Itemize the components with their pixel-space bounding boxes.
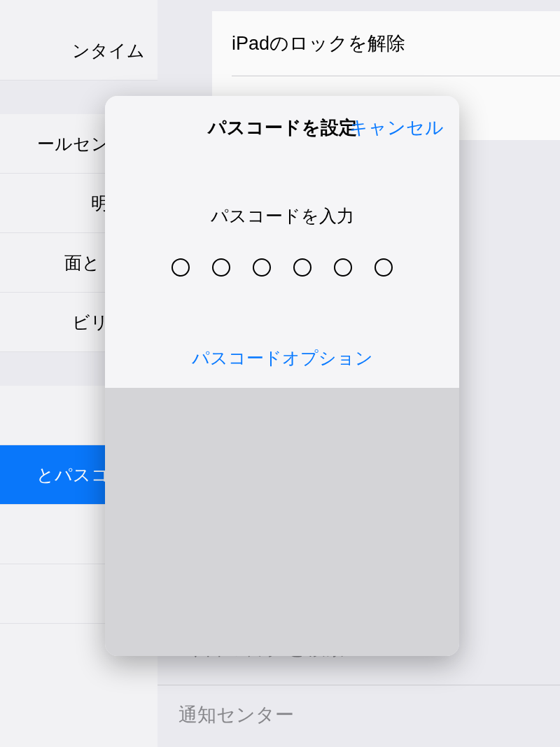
passcode-dot xyxy=(253,258,271,277)
passcode-keypad-area[interactable] xyxy=(105,388,459,656)
passcode-prompt: パスコードを入力 xyxy=(105,204,459,228)
cancel-button[interactable]: キャンセル xyxy=(349,116,444,140)
passcode-modal: パスコードを設定 キャンセル パスコードを入力 パスコードオプション xyxy=(105,96,459,656)
passcode-modal-title: パスコードを設定 xyxy=(208,116,357,140)
passcode-dot xyxy=(374,258,393,277)
passcode-dot xyxy=(212,258,230,277)
passcode-dot xyxy=(334,258,352,277)
passcode-dot xyxy=(172,258,190,277)
passcode-dots xyxy=(105,258,459,277)
passcode-modal-top: パスコードを設定 キャンセル パスコードを入力 パスコードオプション xyxy=(105,96,459,388)
passcode-options-button[interactable]: パスコードオプション xyxy=(105,347,459,370)
passcode-dot xyxy=(293,258,312,277)
